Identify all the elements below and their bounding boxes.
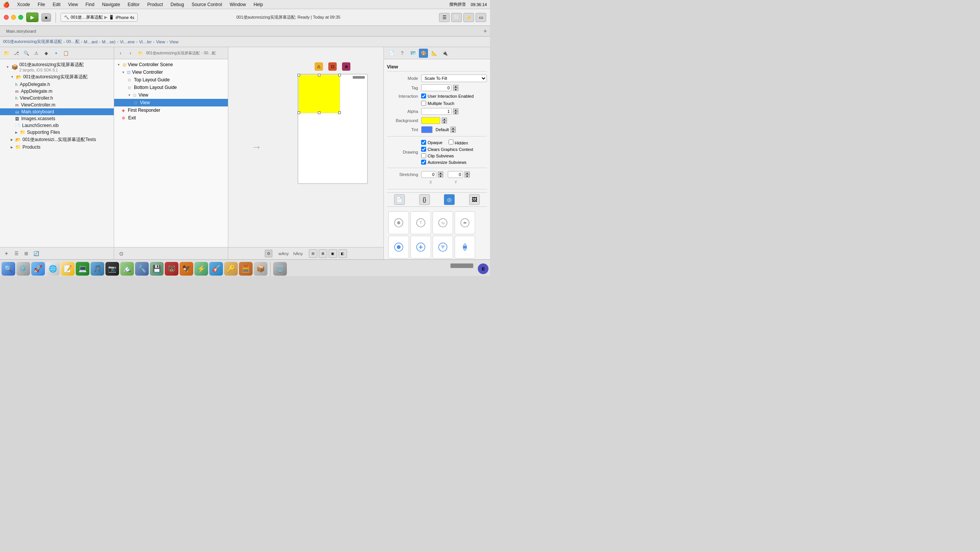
menu-xcode[interactable]: Xcode — [14, 1, 33, 8]
nav-report-icon[interactable]: 📋 — [62, 49, 70, 57]
outline-item-scene[interactable]: ◎ View Controller Scene — [114, 61, 228, 68]
menu-navigate[interactable]: Navigate — [99, 1, 123, 8]
maximize-button[interactable] — [18, 15, 23, 20]
outline-item-top-layout[interactable]: ⊟ Top Layout Guide — [114, 76, 228, 84]
nav-item-viewcontroller-h[interactable]: h ViewController.h — [0, 95, 114, 102]
dock-notes[interactable]: 📝 — [61, 262, 75, 276]
scene-exit-icon[interactable]: ⊗ — [342, 62, 350, 71]
nav-folder-icon[interactable]: 📁 — [2, 49, 11, 57]
debug-toggle-button[interactable]: ⬜ — [451, 13, 462, 22]
nav-item-project[interactable]: 📦 001使autoresizing实现屏幕适配 2 targets, iOS … — [0, 61, 114, 73]
menu-editor[interactable]: Editor — [125, 1, 143, 8]
dock-itunes[interactable]: 🎵 — [91, 262, 104, 276]
menu-view[interactable]: View — [65, 1, 81, 8]
stepper-up-icon[interactable]: ▲ — [465, 171, 470, 174]
dock-system-prefs[interactable]: ⚙️ — [16, 262, 30, 276]
nav-item-appdelegate-h[interactable]: h AppDelegate.h — [0, 81, 114, 88]
tab-title[interactable]: Main.storyboard — [3, 29, 39, 33]
breadcrumb-item-4[interactable]: Vi…ene — [120, 40, 135, 44]
dock-photos[interactable]: 🏔️ — [120, 262, 134, 276]
breadcrumb-item-2[interactable]: M…ard — [84, 40, 97, 44]
hidden-checkbox[interactable] — [449, 140, 453, 144]
background-stepper[interactable]: ▲ ▼ — [442, 117, 447, 124]
handle-tm[interactable] — [318, 74, 320, 76]
inspector-tab-file[interactable]: 📄 — [387, 49, 396, 58]
dock-app4[interactable]: 🎸 — [209, 262, 223, 276]
menu-source-control[interactable]: Source Control — [189, 1, 225, 8]
outline-forward-button[interactable]: › — [126, 49, 135, 57]
stepper-down-icon[interactable]: ▼ — [450, 130, 456, 133]
stretch-y-input[interactable] — [448, 171, 463, 178]
opaque-checkbox[interactable] — [421, 140, 426, 145]
dock-instruments[interactable]: 🔧 — [135, 262, 149, 276]
library-tab-snippet[interactable]: {} — [419, 194, 430, 205]
user-interaction-checkbox[interactable] — [421, 94, 426, 98]
dock-app7[interactable]: 📦 — [254, 262, 267, 276]
menu-edit[interactable]: Edit — [49, 1, 64, 8]
dock-app6[interactable]: 🧮 — [239, 262, 253, 276]
library-item-8[interactable] — [455, 236, 475, 259]
stretch-y-stepper[interactable]: ▲ ▼ — [465, 171, 470, 178]
stop-button[interactable]: ■ — [41, 13, 51, 22]
layout-btn-3[interactable]: ▣ — [329, 249, 337, 258]
nav-item-main-storyboard[interactable]: 🗂 Main.storyboard — [0, 108, 114, 115]
nav-item-viewcontroller-m[interactable]: m ViewController.m — [0, 102, 114, 108]
tag-stepper[interactable]: ▲ ▼ — [453, 85, 458, 91]
nav-item-tests[interactable]: 📂 001使autoresizi...实现屏幕适配Tests — [0, 136, 114, 144]
outline-item-bottom-layout[interactable]: ⊟ Bottom Layout Guide — [114, 84, 228, 91]
library-item-3[interactable]: Ta — [433, 211, 453, 234]
breadcrumb-item-0[interactable]: 001使autoresizing实现屏幕适配 — [3, 39, 62, 44]
run-button[interactable]: ▶ — [26, 13, 38, 22]
alpha-stepper[interactable]: ▲ ▼ — [453, 108, 458, 114]
outline-item-vc[interactable]: ⊡ View Controller — [114, 68, 228, 76]
layout-btn-2[interactable]: ⊞ — [319, 249, 327, 258]
menu-product[interactable]: Product — [144, 1, 166, 8]
dock-app5[interactable]: 🔑 — [224, 262, 238, 276]
nav-diamond-icon[interactable]: ◆ — [42, 49, 50, 57]
breadcrumb-item-7[interactable]: View — [170, 40, 179, 44]
outline-item-first-responder[interactable]: ◈ First Responder — [114, 106, 228, 114]
nav-item-supporting-files[interactable]: 📁 Supporting Files — [0, 129, 114, 136]
zoom-reset-button[interactable]: ⊙ — [117, 249, 126, 258]
navigator-toggle-button[interactable]: ☰ — [439, 13, 450, 22]
library-item-5[interactable] — [388, 236, 409, 259]
nav-item-images[interactable]: 🖼 Images.xcassets — [0, 115, 114, 122]
stepper-up-icon[interactable]: ▲ — [453, 85, 458, 88]
zoom-icon[interactable]: ⊙ — [265, 250, 272, 257]
handle-br[interactable] — [338, 111, 341, 114]
menu-find[interactable]: Find — [83, 1, 97, 8]
dock-safari[interactable]: 🌐 — [46, 262, 60, 276]
tag-input[interactable] — [421, 84, 452, 91]
nav-item-launchscreen[interactable]: 📄 LaunchScreen.xib — [0, 122, 114, 129]
inspector-tab-size[interactable]: 📐 — [430, 49, 439, 58]
close-button[interactable] — [4, 15, 9, 20]
yellow-view[interactable] — [298, 75, 340, 113]
nav-item-target[interactable]: 📂 001使autoresizing实现屏幕适配 — [0, 73, 114, 81]
nav-item-appdelegate-m[interactable]: m AppDelegate.m — [0, 88, 114, 95]
handle-bl[interactable] — [298, 111, 300, 114]
dock-app2[interactable]: 🦅 — [180, 262, 193, 276]
stretch-x-stepper[interactable]: ▲ ▼ — [438, 171, 443, 178]
breadcrumb-item-6[interactable]: View — [156, 40, 165, 44]
scene-vc-icon[interactable]: ⊡ — [328, 62, 337, 71]
inspector-tab-quickhelp[interactable]: ? — [398, 49, 407, 58]
nav-breakpoint-icon[interactable]: 🔹 — [52, 49, 60, 57]
nav-search-icon[interactable]: 🔍 — [22, 49, 30, 57]
add-tab-button[interactable]: + — [484, 28, 487, 35]
stepper-down-icon[interactable]: ▼ — [453, 111, 458, 114]
layout-btn-1[interactable]: ⊟ — [309, 249, 317, 258]
tint-color-swatch[interactable] — [421, 126, 433, 133]
library-tab-media[interactable]: 🖼 — [469, 194, 480, 205]
nav-warning-icon[interactable]: ⚠ — [32, 49, 40, 57]
scene-warning-icon[interactable]: ⚠ — [315, 62, 323, 71]
apple-menu-icon[interactable]: 🍎 — [3, 2, 10, 8]
menu-debug[interactable]: Debug — [167, 1, 187, 8]
inspector-tab-attributes[interactable]: 🎨 — [419, 49, 428, 58]
dock-camera[interactable]: 📷 — [105, 262, 119, 276]
outline-item-exit[interactable]: ⊗ Exit — [114, 114, 228, 122]
canvas-content[interactable]: → ⚠ ⊡ ⊗ — [228, 47, 383, 247]
handle-tl[interactable] — [298, 74, 300, 76]
stepper-up-icon[interactable]: ▲ — [453, 108, 458, 111]
scheme-selector[interactable]: 🔨 001使…屏幕适配 ▶ 📱 iPhone 4s — [60, 13, 138, 22]
dock-trash[interactable]: 🗑️ — [273, 262, 287, 276]
